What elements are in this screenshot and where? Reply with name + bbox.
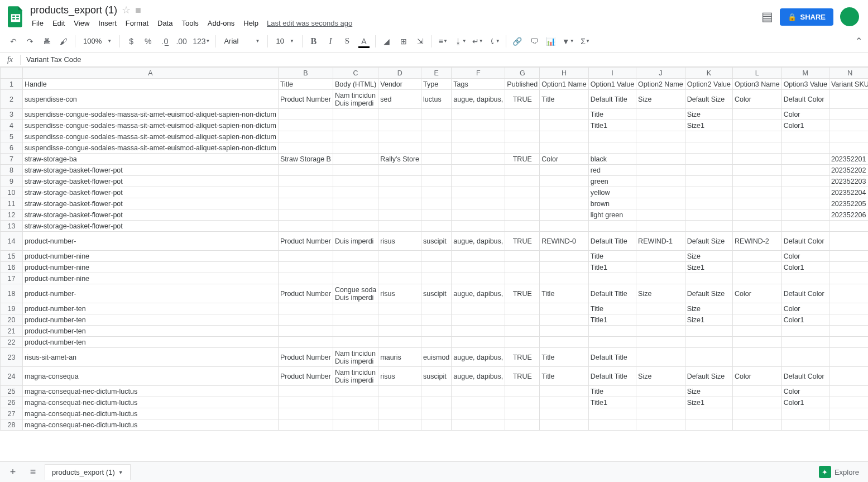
account-avatar[interactable]: [840, 7, 859, 26]
cell[interactable]: [421, 251, 452, 262]
cell[interactable]: Title: [540, 367, 589, 386]
cell[interactable]: product-number-ten: [23, 303, 279, 314]
cell[interactable]: [421, 109, 452, 120]
cell[interactable]: [540, 131, 589, 142]
cell[interactable]: [421, 176, 452, 187]
add-sheet-button[interactable]: +: [4, 464, 21, 480]
increase-decimal-button[interactable]: .00: [174, 34, 189, 49]
cell[interactable]: [333, 198, 378, 209]
cell[interactable]: Default Title: [588, 232, 636, 251]
menu-format[interactable]: Format: [122, 17, 152, 29]
cell[interactable]: [452, 142, 505, 154]
cell[interactable]: REWIND-1: [636, 232, 685, 251]
cell[interactable]: Default Size: [685, 367, 732, 386]
cell[interactable]: [733, 303, 782, 314]
cell[interactable]: suspendisse-congue-sodales-massa-sit-ame…: [23, 131, 279, 142]
cell[interactable]: Color1: [781, 314, 829, 326]
cell[interactable]: [452, 176, 505, 187]
cell[interactable]: [733, 109, 782, 120]
cell[interactable]: sed: [378, 90, 421, 109]
cell[interactable]: [452, 397, 505, 408]
menu-edit[interactable]: Edit: [49, 17, 69, 29]
cell[interactable]: [636, 221, 685, 232]
cell[interactable]: [733, 251, 782, 262]
cell[interactable]: [278, 326, 333, 337]
row-header[interactable]: 15: [1, 251, 23, 262]
cell[interactable]: [685, 221, 732, 232]
cell[interactable]: [540, 397, 589, 408]
insert-link-button[interactable]: 🔗: [510, 34, 525, 49]
cell[interactable]: [781, 326, 829, 337]
cell[interactable]: [505, 397, 540, 408]
sheet-tab-active[interactable]: products_export (1) ▼: [45, 464, 131, 480]
cell[interactable]: [452, 198, 505, 209]
row-header[interactable]: 5: [1, 131, 23, 142]
cell[interactable]: [829, 142, 868, 154]
row-header[interactable]: 25: [1, 386, 23, 397]
cell[interactable]: Handle: [23, 79, 279, 90]
cell[interactable]: [829, 397, 868, 408]
cell[interactable]: TRUE: [505, 348, 540, 367]
cell[interactable]: [333, 176, 378, 187]
row-header[interactable]: 21: [1, 326, 23, 337]
cell[interactable]: [733, 337, 782, 348]
cell[interactable]: Color1: [781, 397, 829, 408]
cell[interactable]: [333, 273, 378, 284]
cell[interactable]: [588, 142, 636, 154]
cell[interactable]: [636, 337, 685, 348]
cell[interactable]: [505, 314, 540, 326]
cell[interactable]: Default Color: [781, 90, 829, 109]
cell[interactable]: [685, 209, 732, 221]
cell[interactable]: Title: [588, 303, 636, 314]
horizontal-align-button[interactable]: ≡▼: [435, 34, 451, 49]
cell[interactable]: [505, 273, 540, 284]
cell[interactable]: Variant SKU: [829, 79, 868, 90]
cell[interactable]: Title1: [588, 262, 636, 273]
cell[interactable]: Body (HTML): [333, 79, 378, 90]
cell[interactable]: Product Number: [278, 284, 333, 303]
cell[interactable]: [733, 209, 782, 221]
row-header[interactable]: 26: [1, 397, 23, 408]
row-header[interactable]: 14: [1, 232, 23, 251]
cell[interactable]: [452, 386, 505, 397]
cell[interactable]: [278, 408, 333, 419]
cell[interactable]: light green: [588, 209, 636, 221]
cell[interactable]: [588, 131, 636, 142]
cell[interactable]: [636, 326, 685, 337]
cell[interactable]: [378, 109, 421, 120]
cell[interactable]: [505, 165, 540, 176]
cell[interactable]: augue, dapibus,: [452, 90, 505, 109]
cell[interactable]: [421, 187, 452, 198]
cell[interactable]: red: [588, 165, 636, 176]
cell[interactable]: 202352204: [829, 187, 868, 198]
cell[interactable]: [278, 176, 333, 187]
cell[interactable]: suspendisse-congue-sodales-massa-sit-ame…: [23, 142, 279, 154]
cell[interactable]: [685, 165, 732, 176]
cell[interactable]: [540, 209, 589, 221]
cell[interactable]: straw-storage-basket-flower-pot: [23, 221, 279, 232]
cell[interactable]: REWIND-2: [733, 232, 782, 251]
cell[interactable]: risus: [378, 367, 421, 386]
cell[interactable]: [829, 419, 868, 431]
cell[interactable]: [540, 262, 589, 273]
cell[interactable]: [733, 154, 782, 165]
cell[interactable]: [333, 314, 378, 326]
filter-button[interactable]: ▼▼: [560, 34, 577, 49]
cell[interactable]: [505, 131, 540, 142]
cell[interactable]: [829, 131, 868, 142]
cell[interactable]: Product Number: [278, 90, 333, 109]
cell[interactable]: [829, 90, 868, 109]
cell[interactable]: magna-consequat-nec-dictum-luctus: [23, 386, 279, 397]
cell[interactable]: Color: [733, 367, 782, 386]
cell[interactable]: [378, 303, 421, 314]
cell[interactable]: [588, 408, 636, 419]
cell[interactable]: Nam tincidunDuis imperdi: [333, 90, 378, 109]
decrease-decimal-button[interactable]: .0̲: [157, 34, 172, 49]
cell[interactable]: [829, 221, 868, 232]
row-header[interactable]: 10: [1, 187, 23, 198]
cell[interactable]: [733, 348, 782, 367]
cell[interactable]: Size: [636, 90, 685, 109]
cell[interactable]: [278, 303, 333, 314]
cell[interactable]: brown: [588, 198, 636, 209]
cell[interactable]: [333, 165, 378, 176]
